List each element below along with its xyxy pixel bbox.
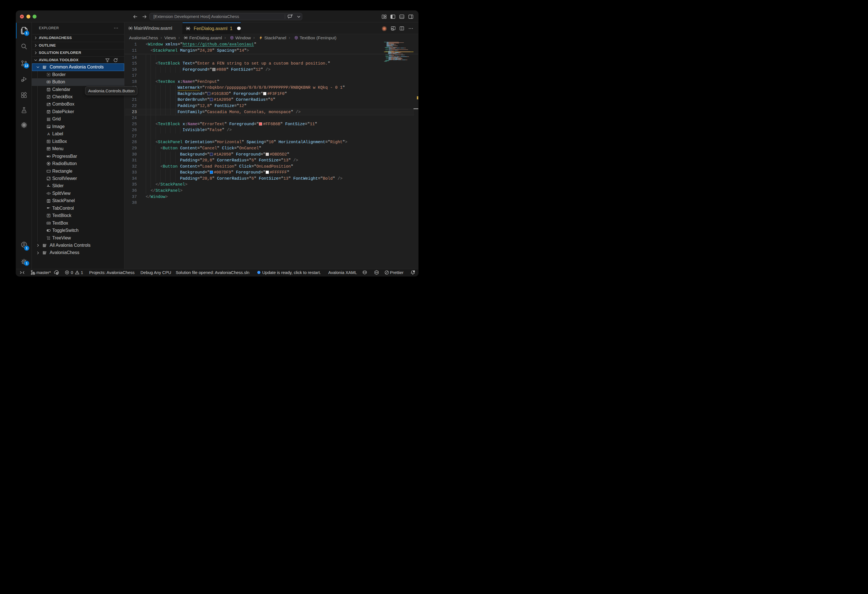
svg-text:ab: ab <box>47 81 50 83</box>
svg-text:T: T <box>48 214 49 217</box>
svg-text:12: 12 <box>48 89 49 91</box>
svg-text:A: A <box>47 132 50 136</box>
svg-text:C#: C# <box>375 271 378 274</box>
svg-text:ab: ab <box>47 222 49 224</box>
